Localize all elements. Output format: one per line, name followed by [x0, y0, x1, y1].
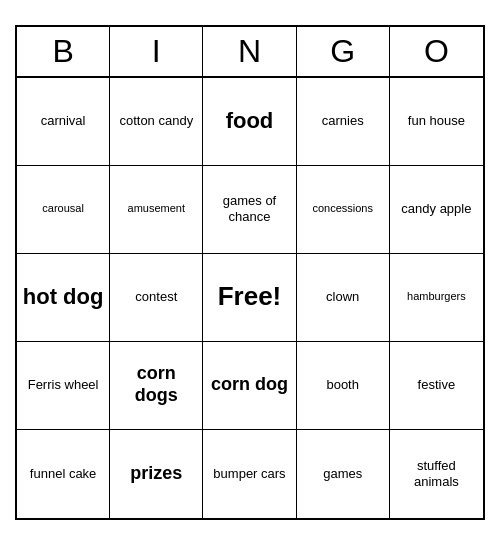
bingo-cell: Ferris wheel: [17, 342, 110, 430]
header-letter: G: [297, 27, 390, 76]
header-letter: I: [110, 27, 203, 76]
header-letter: N: [203, 27, 296, 76]
bingo-cell: fun house: [390, 78, 483, 166]
bingo-cell: clown: [297, 254, 390, 342]
bingo-cell: bumper cars: [203, 430, 296, 518]
header-letter: O: [390, 27, 483, 76]
bingo-cell: Free!: [203, 254, 296, 342]
bingo-cell: carnival: [17, 78, 110, 166]
header-letter: B: [17, 27, 110, 76]
bingo-cell: festive: [390, 342, 483, 430]
bingo-cell: carousal: [17, 166, 110, 254]
bingo-cell: amusement: [110, 166, 203, 254]
bingo-cell: carnies: [297, 78, 390, 166]
bingo-cell: candy apple: [390, 166, 483, 254]
bingo-cell: corn dog: [203, 342, 296, 430]
bingo-cell: food: [203, 78, 296, 166]
bingo-cell: games: [297, 430, 390, 518]
bingo-cell: corn dogs: [110, 342, 203, 430]
bingo-cell: games of chance: [203, 166, 296, 254]
bingo-cell: funnel cake: [17, 430, 110, 518]
bingo-cell: hamburgers: [390, 254, 483, 342]
bingo-cell: hot dog: [17, 254, 110, 342]
bingo-cell: concessions: [297, 166, 390, 254]
bingo-grid: carnivalcotton candyfoodcarniesfun house…: [17, 78, 483, 518]
bingo-cell: contest: [110, 254, 203, 342]
bingo-header: BINGO: [17, 27, 483, 78]
bingo-cell: cotton candy: [110, 78, 203, 166]
bingo-cell: stuffed animals: [390, 430, 483, 518]
bingo-card: BINGO carnivalcotton candyfoodcarniesfun…: [15, 25, 485, 520]
bingo-cell: prizes: [110, 430, 203, 518]
bingo-cell: booth: [297, 342, 390, 430]
